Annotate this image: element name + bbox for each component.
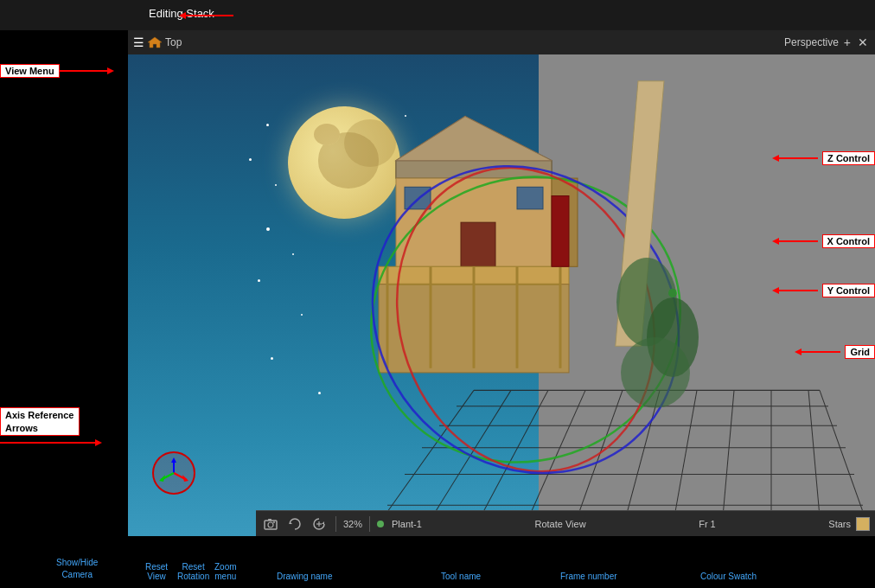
svg-marker-69 xyxy=(290,521,292,524)
camera-icon xyxy=(264,517,278,531)
editing-stack-arrow-svg xyxy=(0,0,875,30)
reset-view-icon xyxy=(288,517,302,531)
x-control-arrow xyxy=(775,240,822,243)
y-control-label: Y Control xyxy=(822,284,875,297)
svg-point-58 xyxy=(621,337,690,408)
z-control-annotation: Z Control xyxy=(775,151,875,165)
add-viewport-button[interactable]: + xyxy=(842,35,853,49)
view-label: Top xyxy=(165,36,182,48)
toolbar-separator xyxy=(335,516,336,532)
svg-marker-36 xyxy=(396,117,552,161)
grid-arrow xyxy=(797,350,845,354)
svg-marker-62 xyxy=(182,475,188,482)
perspective-label: Perspective xyxy=(784,36,839,48)
svg-rect-67 xyxy=(268,519,271,521)
svg-marker-60 xyxy=(171,457,176,463)
bottom-annotation-area: Show/Hide Camera Reset View Reset Rotati… xyxy=(0,540,875,588)
reset-view-label: Reset View xyxy=(145,562,168,581)
show-hide-camera-button[interactable] xyxy=(261,515,280,533)
x-control-label: X Control xyxy=(822,234,876,248)
drawing-name-label: Drawing name xyxy=(277,572,332,581)
axis-reference-arrows xyxy=(152,451,195,495)
z-control-label: Z Control xyxy=(822,151,875,165)
editing-stack-label: Editing Stack xyxy=(149,7,214,20)
close-viewport-button[interactable]: ✕ xyxy=(856,35,870,49)
building xyxy=(379,117,578,373)
x-control-annotation: X Control xyxy=(775,234,876,248)
colour-name: Stars xyxy=(828,519,851,529)
viewport-header: ☰ Top Perspective + ✕ xyxy=(128,30,875,54)
axis-arrow xyxy=(0,434,104,451)
viewport-header-right: Perspective + ✕ xyxy=(784,35,870,49)
svg-point-66 xyxy=(268,522,273,527)
svg-rect-39 xyxy=(461,222,495,266)
svg-point-68 xyxy=(273,521,275,523)
y-control-annotation: Y Control xyxy=(775,284,875,297)
scene xyxy=(128,54,875,536)
reset-rotation-button[interactable] xyxy=(310,515,329,533)
svg-marker-64 xyxy=(159,475,165,482)
scene-svg xyxy=(128,54,875,536)
tool-name: Rotate View xyxy=(534,519,585,529)
viewport-toolbar: 32% Plant-1 Rotate View Fr 1 Stars xyxy=(256,510,875,536)
viewport-header-left: ☰ Top xyxy=(133,35,182,49)
view-menu-annotation: View Menu xyxy=(0,64,112,78)
grid-label: Grid xyxy=(845,345,875,359)
hamburger-menu-icon[interactable]: ☰ xyxy=(133,35,144,49)
axis-arrows-svg xyxy=(156,456,191,490)
svg-marker-70 xyxy=(322,521,324,524)
frame-number-label: Frame number xyxy=(560,572,617,581)
svg-rect-50 xyxy=(552,196,569,267)
z-control-arrow xyxy=(775,157,822,160)
reset-rotation-label: Reset Rotation xyxy=(177,562,209,581)
svg-marker-14 xyxy=(148,37,162,48)
drawing-name[interactable]: Plant-1 xyxy=(392,519,422,529)
svg-rect-41 xyxy=(517,187,543,209)
y-control-arrow xyxy=(775,289,822,292)
axis-reference-label: Axis Reference Arrows xyxy=(0,407,80,436)
tool-name-label: Tool name xyxy=(441,572,481,581)
zoom-menu-label: Zoom menu xyxy=(214,562,237,581)
zoom-value[interactable]: 32% xyxy=(343,519,362,529)
reset-view-button[interactable] xyxy=(285,515,304,533)
view-menu-arrow xyxy=(60,69,112,73)
colour-swatch[interactable] xyxy=(856,517,870,531)
viewport: ☰ Top Perspective + ✕ xyxy=(128,30,875,536)
reset-rotation-icon xyxy=(312,517,326,531)
svg-marker-1 xyxy=(179,12,186,19)
foliage xyxy=(616,258,699,408)
colour-swatch-label: Colour Swatch xyxy=(700,572,757,581)
home-icon[interactable] xyxy=(148,36,162,48)
axis-reference-annotation: Axis Reference Arrows xyxy=(0,407,104,451)
toolbar-separator-2 xyxy=(369,516,370,532)
show-hide-camera-label: Show/Hide Camera xyxy=(56,557,98,581)
plant-dot xyxy=(377,518,386,530)
view-menu-label: View Menu xyxy=(0,64,60,78)
left-panel xyxy=(0,35,128,562)
grid-annotation: Grid xyxy=(797,345,875,359)
frame-number: Fr 1 xyxy=(699,519,716,529)
svg-marker-5 xyxy=(95,439,102,446)
